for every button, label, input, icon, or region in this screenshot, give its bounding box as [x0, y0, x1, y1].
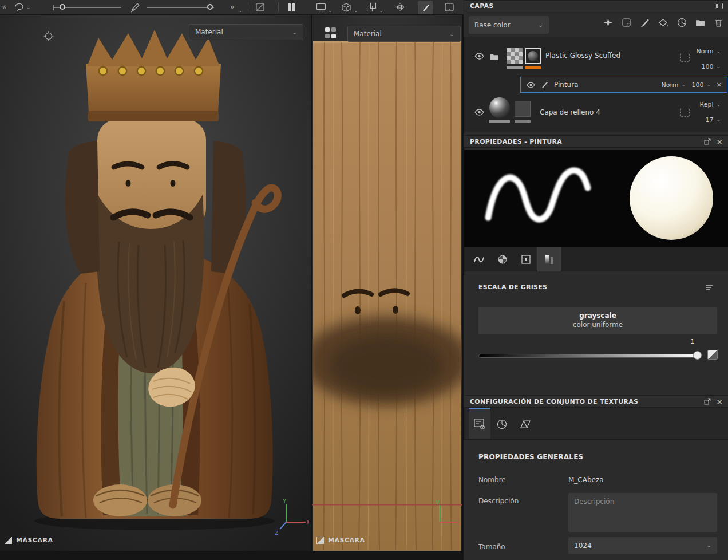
chevron-down-icon: ⌄	[716, 49, 721, 54]
close-panel-icon[interactable]: ×	[717, 138, 723, 145]
add-effect-icon[interactable]	[603, 18, 613, 27]
tab-mesh-maps[interactable]	[515, 409, 536, 440]
grayscale-resource-button[interactable]: grayscale color uniforme	[478, 307, 717, 334]
perspective-mode-icon[interactable]	[316, 2, 326, 12]
opacity-dropdown[interactable]: 100⌄	[701, 63, 721, 70]
blend-mode-dropdown[interactable]: Norm⌄	[661, 81, 686, 89]
brush-flow-slider[interactable]	[147, 7, 214, 8]
viewmode-label-2d: Material	[354, 30, 382, 38]
material-sphere-thumbnail[interactable]	[489, 97, 510, 118]
viewport-divider[interactable]	[462, 15, 464, 551]
grayscale-slider-handle[interactable]	[693, 351, 702, 360]
model-king-figurine[interactable]	[0, 15, 311, 551]
delete-layer-icon[interactable]	[714, 18, 723, 27]
axis-gizmo-3d: Y X Z	[274, 499, 309, 539]
mask-placeholder-box[interactable]	[680, 108, 690, 117]
layers-panel-title: CAPAS	[470, 2, 494, 10]
channel-selector-dropdown[interactable]: Base color ⌄	[469, 16, 549, 34]
description-textarea[interactable]	[568, 493, 717, 532]
brush-size-slider-knob[interactable]	[60, 4, 65, 10]
instancing-cubes-icon[interactable]	[366, 2, 377, 13]
texture-set-panel-title: CONFIGURACIÓN DE CONJUNTO DE TEXTURAS	[470, 398, 638, 405]
axis-u-label: U	[458, 519, 461, 526]
brush-flow-slider-knob[interactable]	[207, 4, 213, 10]
layer-row-pintura-selected[interactable]: Pintura Norm⌄ 100⌄ ×	[520, 77, 727, 93]
visibility-toggle-icon[interactable]	[527, 82, 535, 88]
viewmode-dropdown-2d[interactable]: Material ⌄	[347, 26, 461, 42]
paint-tool-active[interactable]	[418, 1, 433, 14]
texture-set-switch-icon[interactable]	[325, 27, 337, 39]
add-paint-layer-icon[interactable]	[640, 18, 650, 27]
mask-placeholder-box[interactable]	[680, 53, 690, 62]
grayscale-resource-name: grayscale	[478, 311, 717, 320]
fill-mask-thumbnail[interactable]	[515, 101, 531, 117]
layer-mask-thumbnail[interactable]	[507, 48, 523, 64]
viewmode-dropdown-3d[interactable]: Material ⌄	[189, 24, 303, 40]
chevron-down-icon: ⌄	[707, 542, 711, 549]
tab-alpha[interactable]	[490, 247, 514, 271]
remove-layer-icon[interactable]: ×	[716, 81, 722, 88]
size-dropdown[interactable]: 1024 ⌄	[568, 537, 717, 554]
tablet-icon[interactable]	[444, 2, 454, 12]
add-fill-layer-icon[interactable]	[658, 18, 668, 27]
mirror-icon[interactable]	[395, 2, 405, 12]
lasso-tool-icon[interactable]	[14, 2, 25, 13]
opacity-dropdown[interactable]: 100⌄	[691, 81, 711, 89]
viewport-divider[interactable]	[311, 15, 312, 551]
axis-y-label: Y	[282, 499, 287, 504]
close-panel-icon[interactable]: ×	[717, 398, 723, 405]
mask-label-2d: MÁSCARA	[328, 537, 365, 544]
status-strip	[0, 551, 464, 560]
chevron-down-icon: ⌄	[716, 64, 721, 69]
tab-grayscale-material[interactable]	[537, 247, 561, 271]
layer-row-capa-de-relleno-4[interactable]: Capa de relleno 4 Repl⌄ 17⌄	[464, 96, 728, 128]
pen-pressure-icon[interactable]	[130, 2, 140, 13]
material-preview-sphere	[630, 156, 713, 240]
layer-row-plastic-glossy-scuffed[interactable]: Plastic Glossy Scuffed Norm⌄ 100⌄	[464, 44, 728, 74]
grayscale-pick-button[interactable]	[707, 350, 718, 360]
expand-right-caret[interactable]: ⌄	[238, 8, 243, 13]
add-folder-icon[interactable]	[695, 19, 705, 27]
grayscale-slider-track[interactable]	[478, 354, 699, 358]
undock-panel-icon[interactable]	[704, 398, 711, 405]
collapse-left-icon[interactable]: «	[2, 3, 6, 10]
blend-mode-dropdown[interactable]: Repl⌄	[699, 101, 721, 108]
mask-icon	[316, 537, 324, 544]
tab-stencil[interactable]	[514, 247, 537, 271]
projection-disabled-icon[interactable]	[255, 2, 265, 12]
camera-rotate-gizmo-icon[interactable]	[43, 31, 54, 41]
chevron-down-icon: ⌄	[292, 29, 297, 36]
axis-z-label: Z	[275, 530, 278, 536]
visibility-toggle-icon[interactable]	[474, 53, 484, 60]
chevron-down-icon: ⌄	[706, 82, 711, 88]
visibility-toggle-icon[interactable]	[474, 109, 484, 116]
instancing-cubes-caret[interactable]: ⌄	[379, 8, 383, 13]
lasso-options-caret[interactable]: ⌄	[26, 5, 31, 10]
brush-property-tabs	[464, 247, 728, 271]
dock-panel-icon[interactable]	[715, 3, 723, 9]
perspective-mode-caret[interactable]: ⌄	[328, 8, 333, 13]
blend-mode-dropdown[interactable]: Norm⌄	[696, 48, 721, 55]
folder-icon	[489, 53, 499, 61]
tab-channels[interactable]	[491, 409, 513, 440]
add-decal-icon[interactable]	[622, 18, 631, 27]
section-menu-icon[interactable]	[705, 284, 714, 291]
symmetry-cube-icon[interactable]	[341, 2, 351, 13]
expand-right-icon[interactable]: »	[230, 3, 235, 10]
opacity-dropdown[interactable]: 17⌄	[705, 116, 721, 124]
tab-output-settings[interactable]	[469, 408, 490, 439]
symmetry-cube-caret[interactable]: ⌄	[354, 8, 358, 13]
channel-selector-label: Base color	[474, 21, 511, 29]
chevron-down-icon: ⌄	[716, 102, 721, 107]
layer-content-thumbnail[interactable]	[525, 48, 541, 64]
chevron-down-icon: ⌄	[539, 22, 543, 28]
add-smart-material-icon[interactable]	[677, 18, 687, 27]
mask-indicator-2d: MÁSCARA	[316, 537, 365, 544]
pause-engine-icon[interactable]	[288, 3, 295, 11]
viewport-3d[interactable]: Material ⌄ MÁSCARA Y X Z	[0, 15, 311, 551]
undock-panel-icon[interactable]	[704, 138, 711, 145]
uv-texture-head[interactable]	[312, 15, 462, 551]
layer-name: Plastic Glossy Scuffed	[545, 52, 620, 60]
viewport-2d[interactable]: Material ⌄ MÁSCARA V U	[312, 15, 462, 551]
tab-brush-stroke[interactable]	[467, 247, 490, 271]
